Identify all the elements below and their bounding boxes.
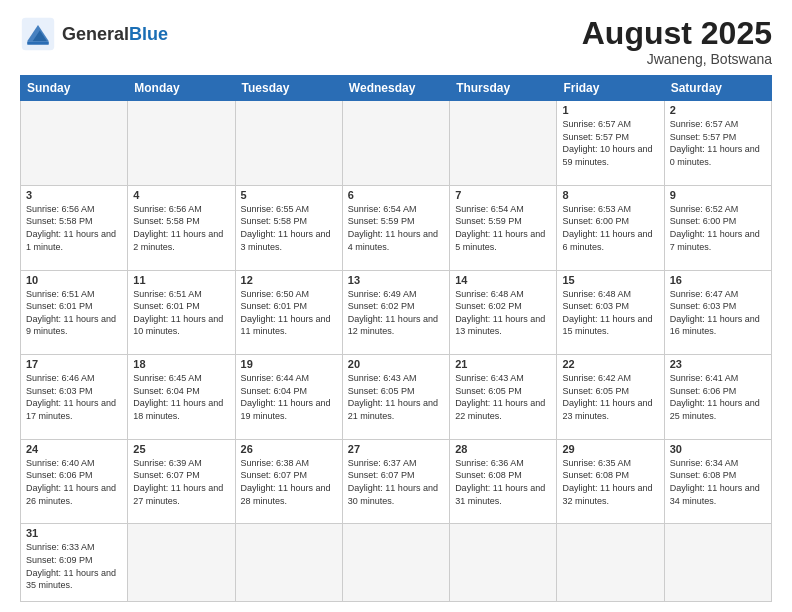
day-number: 15 — [562, 274, 658, 286]
day-info: Sunrise: 6:37 AMSunset: 6:07 PMDaylight:… — [348, 457, 444, 507]
day-info: Sunrise: 6:40 AMSunset: 6:06 PMDaylight:… — [26, 457, 122, 507]
location: Jwaneng, Botswana — [582, 51, 772, 67]
day-info: Sunrise: 6:57 AMSunset: 5:57 PMDaylight:… — [562, 118, 658, 168]
calendar-cell: 27Sunrise: 6:37 AMSunset: 6:07 PMDayligh… — [342, 439, 449, 524]
day-info: Sunrise: 6:51 AMSunset: 6:01 PMDaylight:… — [26, 288, 122, 338]
calendar-cell — [342, 524, 449, 602]
day-number: 21 — [455, 358, 551, 370]
calendar-cell: 25Sunrise: 6:39 AMSunset: 6:07 PMDayligh… — [128, 439, 235, 524]
day-info: Sunrise: 6:54 AMSunset: 5:59 PMDaylight:… — [348, 203, 444, 253]
day-info: Sunrise: 6:43 AMSunset: 6:05 PMDaylight:… — [348, 372, 444, 422]
day-info: Sunrise: 6:34 AMSunset: 6:08 PMDaylight:… — [670, 457, 766, 507]
calendar-cell: 21Sunrise: 6:43 AMSunset: 6:05 PMDayligh… — [450, 355, 557, 440]
day-number: 3 — [26, 189, 122, 201]
logo-text: GeneralBlue — [62, 25, 168, 43]
header: GeneralBlue August 2025 Jwaneng, Botswan… — [20, 16, 772, 67]
day-number: 9 — [670, 189, 766, 201]
day-info: Sunrise: 6:53 AMSunset: 6:00 PMDaylight:… — [562, 203, 658, 253]
day-number: 13 — [348, 274, 444, 286]
calendar-cell: 17Sunrise: 6:46 AMSunset: 6:03 PMDayligh… — [21, 355, 128, 440]
calendar-header-wednesday: Wednesday — [342, 76, 449, 101]
calendar-cell: 12Sunrise: 6:50 AMSunset: 6:01 PMDayligh… — [235, 270, 342, 355]
calendar-cell: 11Sunrise: 6:51 AMSunset: 6:01 PMDayligh… — [128, 270, 235, 355]
day-number: 26 — [241, 443, 337, 455]
day-number: 8 — [562, 189, 658, 201]
day-number: 20 — [348, 358, 444, 370]
day-info: Sunrise: 6:51 AMSunset: 6:01 PMDaylight:… — [133, 288, 229, 338]
day-info: Sunrise: 6:36 AMSunset: 6:08 PMDaylight:… — [455, 457, 551, 507]
day-number: 29 — [562, 443, 658, 455]
calendar-header-thursday: Thursday — [450, 76, 557, 101]
day-info: Sunrise: 6:44 AMSunset: 6:04 PMDaylight:… — [241, 372, 337, 422]
calendar-cell: 24Sunrise: 6:40 AMSunset: 6:06 PMDayligh… — [21, 439, 128, 524]
title-area: August 2025 Jwaneng, Botswana — [582, 16, 772, 67]
day-info: Sunrise: 6:48 AMSunset: 6:02 PMDaylight:… — [455, 288, 551, 338]
day-number: 11 — [133, 274, 229, 286]
calendar-cell — [342, 101, 449, 186]
calendar-cell: 28Sunrise: 6:36 AMSunset: 6:08 PMDayligh… — [450, 439, 557, 524]
day-number: 22 — [562, 358, 658, 370]
logo: GeneralBlue — [20, 16, 168, 52]
calendar-header-tuesday: Tuesday — [235, 76, 342, 101]
day-info: Sunrise: 6:42 AMSunset: 6:05 PMDaylight:… — [562, 372, 658, 422]
calendar-header-sunday: Sunday — [21, 76, 128, 101]
calendar-cell: 30Sunrise: 6:34 AMSunset: 6:08 PMDayligh… — [664, 439, 771, 524]
calendar-cell: 18Sunrise: 6:45 AMSunset: 6:04 PMDayligh… — [128, 355, 235, 440]
day-number: 16 — [670, 274, 766, 286]
calendar-cell: 5Sunrise: 6:55 AMSunset: 5:58 PMDaylight… — [235, 185, 342, 270]
day-number: 24 — [26, 443, 122, 455]
day-info: Sunrise: 6:39 AMSunset: 6:07 PMDaylight:… — [133, 457, 229, 507]
calendar-week-5: 24Sunrise: 6:40 AMSunset: 6:06 PMDayligh… — [21, 439, 772, 524]
calendar-cell — [235, 524, 342, 602]
calendar-cell: 29Sunrise: 6:35 AMSunset: 6:08 PMDayligh… — [557, 439, 664, 524]
day-info: Sunrise: 6:57 AMSunset: 5:57 PMDaylight:… — [670, 118, 766, 168]
calendar-cell: 9Sunrise: 6:52 AMSunset: 6:00 PMDaylight… — [664, 185, 771, 270]
day-number: 19 — [241, 358, 337, 370]
day-info: Sunrise: 6:48 AMSunset: 6:03 PMDaylight:… — [562, 288, 658, 338]
calendar-cell: 14Sunrise: 6:48 AMSunset: 6:02 PMDayligh… — [450, 270, 557, 355]
day-info: Sunrise: 6:35 AMSunset: 6:08 PMDaylight:… — [562, 457, 658, 507]
day-info: Sunrise: 6:55 AMSunset: 5:58 PMDaylight:… — [241, 203, 337, 253]
day-number: 14 — [455, 274, 551, 286]
logo-icon — [20, 16, 56, 52]
calendar-cell — [21, 101, 128, 186]
day-info: Sunrise: 6:56 AMSunset: 5:58 PMDaylight:… — [26, 203, 122, 253]
day-info: Sunrise: 6:41 AMSunset: 6:06 PMDaylight:… — [670, 372, 766, 422]
day-number: 1 — [562, 104, 658, 116]
calendar-cell — [557, 524, 664, 602]
calendar-header-monday: Monday — [128, 76, 235, 101]
day-info: Sunrise: 6:47 AMSunset: 6:03 PMDaylight:… — [670, 288, 766, 338]
calendar-cell: 16Sunrise: 6:47 AMSunset: 6:03 PMDayligh… — [664, 270, 771, 355]
day-number: 12 — [241, 274, 337, 286]
calendar-header-friday: Friday — [557, 76, 664, 101]
day-number: 7 — [455, 189, 551, 201]
day-number: 25 — [133, 443, 229, 455]
day-number: 27 — [348, 443, 444, 455]
day-number: 28 — [455, 443, 551, 455]
month-title: August 2025 — [582, 16, 772, 51]
day-info: Sunrise: 6:45 AMSunset: 6:04 PMDaylight:… — [133, 372, 229, 422]
calendar-cell — [450, 524, 557, 602]
day-number: 4 — [133, 189, 229, 201]
calendar-week-4: 17Sunrise: 6:46 AMSunset: 6:03 PMDayligh… — [21, 355, 772, 440]
calendar-week-3: 10Sunrise: 6:51 AMSunset: 6:01 PMDayligh… — [21, 270, 772, 355]
day-number: 31 — [26, 527, 122, 539]
calendar-week-2: 3Sunrise: 6:56 AMSunset: 5:58 PMDaylight… — [21, 185, 772, 270]
calendar-cell: 22Sunrise: 6:42 AMSunset: 6:05 PMDayligh… — [557, 355, 664, 440]
calendar-cell: 4Sunrise: 6:56 AMSunset: 5:58 PMDaylight… — [128, 185, 235, 270]
calendar-cell: 13Sunrise: 6:49 AMSunset: 6:02 PMDayligh… — [342, 270, 449, 355]
calendar-cell: 6Sunrise: 6:54 AMSunset: 5:59 PMDaylight… — [342, 185, 449, 270]
day-info: Sunrise: 6:38 AMSunset: 6:07 PMDaylight:… — [241, 457, 337, 507]
calendar-cell — [128, 524, 235, 602]
day-info: Sunrise: 6:50 AMSunset: 6:01 PMDaylight:… — [241, 288, 337, 338]
calendar-cell: 31Sunrise: 6:33 AMSunset: 6:09 PMDayligh… — [21, 524, 128, 602]
day-info: Sunrise: 6:49 AMSunset: 6:02 PMDaylight:… — [348, 288, 444, 338]
calendar-cell — [235, 101, 342, 186]
page: GeneralBlue August 2025 Jwaneng, Botswan… — [0, 0, 792, 612]
calendar-cell — [450, 101, 557, 186]
day-number: 6 — [348, 189, 444, 201]
day-number: 30 — [670, 443, 766, 455]
calendar-cell: 23Sunrise: 6:41 AMSunset: 6:06 PMDayligh… — [664, 355, 771, 440]
calendar-cell: 26Sunrise: 6:38 AMSunset: 6:07 PMDayligh… — [235, 439, 342, 524]
calendar-cell — [128, 101, 235, 186]
